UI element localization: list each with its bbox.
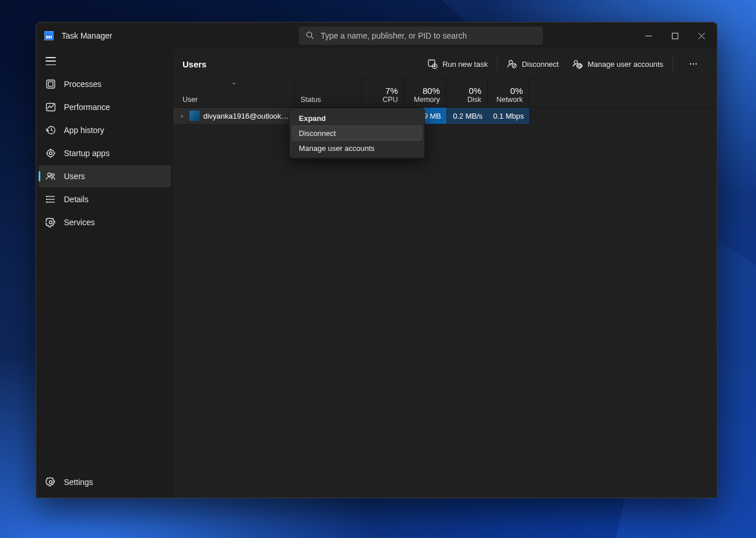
app-title: Task Manager [62, 31, 112, 40]
chevron-right-icon[interactable]: › [178, 112, 186, 119]
page-header: Users Run new task Disconnect Manage use… [173, 49, 717, 79]
gear-icon [45, 477, 56, 487]
svg-point-0 [307, 32, 312, 37]
sidebar-item-label: Processes [64, 79, 101, 89]
sort-indicator-up-icon: ⌃ [173, 82, 294, 88]
processes-icon [45, 79, 56, 89]
svg-point-24 [50, 221, 52, 224]
minimize-button[interactable] [635, 22, 662, 49]
svg-point-35 [690, 63, 691, 65]
toolbar-separator [673, 58, 673, 70]
button-label: Disconnect [522, 60, 559, 69]
column-label: Disk [468, 96, 481, 104]
button-label: Run new task [442, 60, 488, 69]
close-button[interactable] [688, 22, 715, 49]
table-row[interactable]: › divyanka1916@outlook.co.. 73.9 MB 0.2 … [173, 108, 717, 124]
svg-point-34 [579, 65, 581, 67]
page-title: Users [183, 59, 207, 69]
column-header-network[interactable]: 0% Network [488, 79, 529, 107]
sidebar-item-settings[interactable]: Settings [39, 471, 171, 493]
svg-point-30 [509, 60, 512, 64]
cell-disk: 0.2 MB/s [446, 108, 488, 124]
context-menu: Expand Disconnect Manage user accounts [289, 108, 425, 158]
table-body: › divyanka1916@outlook.co.. 73.9 MB 0.2 … [173, 108, 717, 498]
sidebar-item-label: Settings [64, 478, 93, 487]
svg-rect-26 [428, 60, 435, 66]
sidebar-item-label: Services [64, 218, 95, 227]
sidebar-item-startup-apps[interactable]: Startup apps [39, 142, 171, 164]
cell-network: 0.1 Mbps [488, 108, 529, 124]
context-menu-item-disconnect[interactable]: Disconnect [292, 126, 422, 141]
svg-point-21 [47, 196, 47, 197]
context-menu-item-expand[interactable]: Expand [292, 111, 422, 126]
sidebar-item-services[interactable]: Services [39, 211, 171, 233]
column-header-status[interactable]: Status [295, 79, 362, 107]
sidebar-item-label: Users [64, 172, 85, 181]
services-icon [45, 217, 56, 228]
column-percent: 0% [510, 86, 523, 96]
sidebar-item-app-history[interactable]: App history [39, 119, 171, 141]
svg-point-11 [50, 152, 52, 155]
column-label: CPU [383, 96, 398, 104]
run-task-icon [427, 59, 438, 69]
sidebar-item-performance[interactable]: Performance [39, 96, 171, 118]
disconnect-icon [507, 59, 517, 69]
svg-point-22 [47, 199, 47, 200]
main-content: Users Run new task Disconnect Manage use… [173, 49, 717, 498]
startup-icon [45, 148, 56, 158]
column-label: Memory [414, 96, 440, 104]
task-manager-window: Task Manager [36, 22, 717, 498]
task-manager-icon [44, 31, 54, 40]
sidebar-item-label: App history [64, 126, 104, 135]
column-header-cpu[interactable]: 7% CPU [362, 79, 404, 107]
search-icon [306, 31, 314, 41]
users-icon [45, 171, 56, 181]
details-icon [45, 194, 56, 204]
sidebar-item-label: Performance [64, 103, 110, 112]
user-name: divyanka1916@outlook.co.. [203, 112, 290, 120]
maximize-button[interactable] [662, 22, 688, 49]
svg-rect-3 [672, 33, 678, 39]
sidebar-item-details[interactable]: Details [39, 188, 171, 210]
titlebar: Task Manager [36, 22, 717, 49]
performance-icon [45, 102, 56, 112]
sidebar-item-label: Details [64, 195, 89, 204]
svg-point-37 [696, 63, 697, 65]
manage-user-accounts-button[interactable]: Manage user accounts [565, 54, 670, 74]
column-header-user[interactable]: ⌃ User [173, 79, 295, 107]
svg-rect-6 [47, 80, 55, 88]
column-label: Network [496, 96, 523, 104]
column-header-memory[interactable]: 80% Memory [404, 79, 446, 107]
toolbar-separator [497, 58, 497, 70]
svg-point-10 [47, 150, 54, 157]
column-percent: 80% [423, 86, 440, 96]
cell-user[interactable]: › divyanka1916@outlook.co.. [173, 108, 295, 124]
svg-point-33 [575, 60, 578, 64]
sidebar-item-processes[interactable]: Processes [39, 73, 171, 95]
sidebar-item-label: Startup apps [64, 149, 109, 158]
svg-point-16 [48, 173, 51, 176]
history-icon [45, 125, 56, 135]
disconnect-button[interactable]: Disconnect [500, 54, 565, 74]
window-controls [635, 22, 715, 49]
svg-point-23 [47, 202, 47, 203]
sidebar-item-users[interactable]: Users [39, 165, 171, 187]
table-header: ⌃ User Status 7% CPU 80% Memory 0% Disk [173, 79, 717, 108]
search-box[interactable] [299, 26, 543, 45]
column-percent: 0% [469, 86, 481, 96]
svg-point-36 [693, 63, 694, 65]
column-label: Status [301, 96, 356, 104]
manage-users-icon [572, 59, 583, 69]
svg-line-1 [311, 36, 314, 39]
svg-point-25 [50, 481, 52, 484]
overflow-menu-button[interactable] [675, 54, 711, 74]
column-label: User [183, 96, 288, 104]
button-label: Manage user accounts [587, 60, 663, 69]
sidebar: Processes Performance App history Startu… [36, 49, 173, 498]
run-new-task-button[interactable]: Run new task [420, 54, 495, 74]
search-input[interactable] [320, 31, 536, 41]
svg-rect-7 [48, 82, 53, 86]
column-header-disk[interactable]: 0% Disk [446, 79, 488, 107]
context-menu-item-manage[interactable]: Manage user accounts [292, 141, 422, 156]
hamburger-menu-button[interactable] [45, 57, 56, 65]
